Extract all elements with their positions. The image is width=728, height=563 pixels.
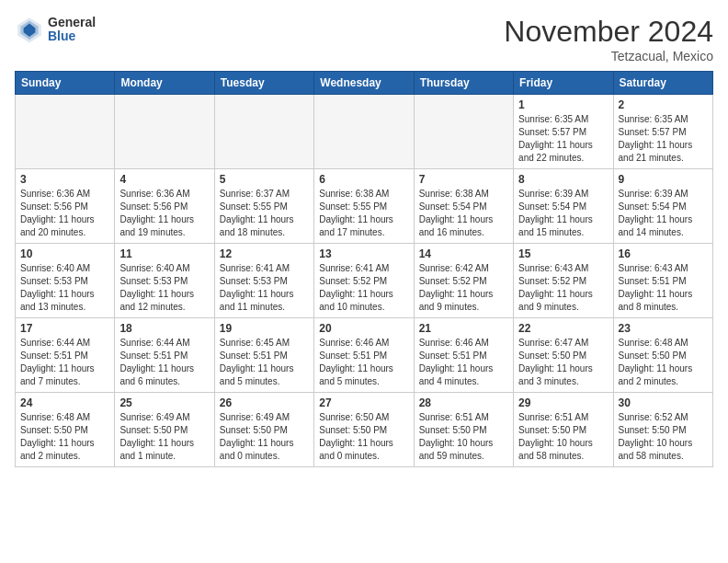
calendar-cell: 11Sunrise: 6:40 AM Sunset: 5:53 PM Dayli… xyxy=(115,244,214,318)
calendar-cell: 24Sunrise: 6:48 AM Sunset: 5:50 PM Dayli… xyxy=(16,393,115,467)
title-block: November 2024 Tetzacual, Mexico xyxy=(504,15,713,63)
calendar-week-5: 24Sunrise: 6:48 AM Sunset: 5:50 PM Dayli… xyxy=(16,393,713,467)
col-header-tuesday: Tuesday xyxy=(214,72,313,95)
day-info: Sunrise: 6:40 AM Sunset: 5:53 PM Dayligh… xyxy=(119,262,209,314)
calendar-cell: 26Sunrise: 6:49 AM Sunset: 5:50 PM Dayli… xyxy=(214,393,313,467)
col-header-sunday: Sunday xyxy=(16,72,115,95)
calendar-cell: 10Sunrise: 6:40 AM Sunset: 5:53 PM Dayli… xyxy=(16,244,115,318)
day-number: 25 xyxy=(119,396,209,409)
day-info: Sunrise: 6:49 AM Sunset: 5:50 PM Dayligh… xyxy=(119,411,209,463)
calendar-cell: 1Sunrise: 6:35 AM Sunset: 5:57 PM Daylig… xyxy=(514,95,613,169)
day-info: Sunrise: 6:49 AM Sunset: 5:50 PM Dayligh… xyxy=(220,411,309,463)
calendar-cell: 18Sunrise: 6:44 AM Sunset: 5:51 PM Dayli… xyxy=(115,318,214,393)
calendar-cell: 25Sunrise: 6:49 AM Sunset: 5:50 PM Dayli… xyxy=(115,393,214,467)
calendar-cell: 23Sunrise: 6:48 AM Sunset: 5:50 PM Dayli… xyxy=(613,318,712,393)
logo-general: General xyxy=(48,16,96,29)
day-number: 27 xyxy=(319,396,408,409)
calendar-cell xyxy=(314,95,414,169)
day-number: 9 xyxy=(619,173,708,186)
calendar-cell: 27Sunrise: 6:50 AM Sunset: 5:50 PM Dayli… xyxy=(314,393,414,467)
calendar-cell: 19Sunrise: 6:45 AM Sunset: 5:51 PM Dayli… xyxy=(214,318,313,393)
calendar-week-4: 17Sunrise: 6:44 AM Sunset: 5:51 PM Dayli… xyxy=(16,318,713,393)
day-info: Sunrise: 6:48 AM Sunset: 5:50 PM Dayligh… xyxy=(619,337,708,388)
col-header-thursday: Thursday xyxy=(414,72,513,95)
day-number: 7 xyxy=(419,173,508,186)
col-header-friday: Friday xyxy=(514,72,613,95)
day-info: Sunrise: 6:35 AM Sunset: 5:57 PM Dayligh… xyxy=(619,113,708,165)
day-number: 3 xyxy=(20,173,109,186)
day-number: 15 xyxy=(518,247,608,260)
day-info: Sunrise: 6:39 AM Sunset: 5:54 PM Dayligh… xyxy=(518,188,608,239)
day-info: Sunrise: 6:52 AM Sunset: 5:50 PM Dayligh… xyxy=(619,411,708,463)
month-title: November 2024 xyxy=(504,15,713,49)
day-number: 5 xyxy=(220,173,309,186)
calendar-cell: 5Sunrise: 6:37 AM Sunset: 5:55 PM Daylig… xyxy=(214,169,313,244)
calendar-week-1: 1Sunrise: 6:35 AM Sunset: 5:57 PM Daylig… xyxy=(16,95,713,169)
day-info: Sunrise: 6:47 AM Sunset: 5:50 PM Dayligh… xyxy=(518,337,608,388)
day-info: Sunrise: 6:43 AM Sunset: 5:52 PM Dayligh… xyxy=(518,262,608,314)
calendar-cell xyxy=(414,95,513,169)
col-header-wednesday: Wednesday xyxy=(314,72,414,95)
day-number: 19 xyxy=(220,322,309,335)
day-number: 24 xyxy=(20,396,109,409)
day-info: Sunrise: 6:37 AM Sunset: 5:55 PM Dayligh… xyxy=(220,188,309,239)
logo: General Blue xyxy=(15,15,96,44)
calendar-cell: 15Sunrise: 6:43 AM Sunset: 5:52 PM Dayli… xyxy=(514,244,613,318)
page-header: General Blue November 2024 Tetzacual, Me… xyxy=(15,15,713,63)
location: Tetzacual, Mexico xyxy=(504,49,713,63)
day-number: 28 xyxy=(419,396,508,409)
calendar-cell: 14Sunrise: 6:42 AM Sunset: 5:52 PM Dayli… xyxy=(414,244,513,318)
calendar-cell: 4Sunrise: 6:36 AM Sunset: 5:56 PM Daylig… xyxy=(115,169,214,244)
calendar-cell: 16Sunrise: 6:43 AM Sunset: 5:51 PM Dayli… xyxy=(613,244,712,318)
day-number: 2 xyxy=(619,98,708,111)
day-info: Sunrise: 6:42 AM Sunset: 5:52 PM Dayligh… xyxy=(419,262,508,314)
calendar-cell: 21Sunrise: 6:46 AM Sunset: 5:51 PM Dayli… xyxy=(414,318,513,393)
day-number: 17 xyxy=(20,322,109,335)
logo-blue: Blue xyxy=(48,29,96,43)
day-info: Sunrise: 6:38 AM Sunset: 5:54 PM Dayligh… xyxy=(419,188,508,239)
logo-icon xyxy=(15,15,44,44)
calendar-cell: 12Sunrise: 6:41 AM Sunset: 5:53 PM Dayli… xyxy=(214,244,313,318)
day-number: 6 xyxy=(319,173,408,186)
calendar-cell: 22Sunrise: 6:47 AM Sunset: 5:50 PM Dayli… xyxy=(514,318,613,393)
day-number: 26 xyxy=(220,396,309,409)
day-info: Sunrise: 6:36 AM Sunset: 5:56 PM Dayligh… xyxy=(119,188,209,239)
logo-text: General Blue xyxy=(48,16,96,44)
calendar-cell xyxy=(16,95,115,169)
calendar-cell: 28Sunrise: 6:51 AM Sunset: 5:50 PM Dayli… xyxy=(414,393,513,467)
day-number: 12 xyxy=(220,247,309,260)
day-info: Sunrise: 6:51 AM Sunset: 5:50 PM Dayligh… xyxy=(518,411,608,463)
day-info: Sunrise: 6:45 AM Sunset: 5:51 PM Dayligh… xyxy=(220,337,309,388)
day-info: Sunrise: 6:36 AM Sunset: 5:56 PM Dayligh… xyxy=(20,188,109,239)
day-info: Sunrise: 6:41 AM Sunset: 5:53 PM Dayligh… xyxy=(220,262,309,314)
day-info: Sunrise: 6:46 AM Sunset: 5:51 PM Dayligh… xyxy=(419,337,508,388)
day-info: Sunrise: 6:43 AM Sunset: 5:51 PM Dayligh… xyxy=(619,262,708,314)
day-number: 14 xyxy=(419,247,508,260)
day-info: Sunrise: 6:40 AM Sunset: 5:53 PM Dayligh… xyxy=(20,262,109,314)
day-info: Sunrise: 6:51 AM Sunset: 5:50 PM Dayligh… xyxy=(419,411,508,463)
day-info: Sunrise: 6:44 AM Sunset: 5:51 PM Dayligh… xyxy=(119,337,209,388)
calendar-week-2: 3Sunrise: 6:36 AM Sunset: 5:56 PM Daylig… xyxy=(16,169,713,244)
calendar-cell: 17Sunrise: 6:44 AM Sunset: 5:51 PM Dayli… xyxy=(16,318,115,393)
day-number: 18 xyxy=(119,322,209,335)
col-header-monday: Monday xyxy=(115,72,214,95)
calendar-cell: 8Sunrise: 6:39 AM Sunset: 5:54 PM Daylig… xyxy=(514,169,613,244)
day-info: Sunrise: 6:38 AM Sunset: 5:55 PM Dayligh… xyxy=(319,188,408,239)
calendar-cell: 6Sunrise: 6:38 AM Sunset: 5:55 PM Daylig… xyxy=(314,169,414,244)
day-number: 23 xyxy=(619,322,708,335)
day-number: 1 xyxy=(518,98,608,111)
calendar-cell: 30Sunrise: 6:52 AM Sunset: 5:50 PM Dayli… xyxy=(613,393,712,467)
day-info: Sunrise: 6:35 AM Sunset: 5:57 PM Dayligh… xyxy=(518,113,608,165)
calendar-cell: 3Sunrise: 6:36 AM Sunset: 5:56 PM Daylig… xyxy=(16,169,115,244)
day-number: 4 xyxy=(119,173,209,186)
calendar-cell: 13Sunrise: 6:41 AM Sunset: 5:52 PM Dayli… xyxy=(314,244,414,318)
calendar-cell: 9Sunrise: 6:39 AM Sunset: 5:54 PM Daylig… xyxy=(613,169,712,244)
day-info: Sunrise: 6:50 AM Sunset: 5:50 PM Dayligh… xyxy=(319,411,408,463)
calendar-cell: 2Sunrise: 6:35 AM Sunset: 5:57 PM Daylig… xyxy=(613,95,712,169)
day-info: Sunrise: 6:44 AM Sunset: 5:51 PM Dayligh… xyxy=(20,337,109,388)
day-info: Sunrise: 6:39 AM Sunset: 5:54 PM Dayligh… xyxy=(619,188,708,239)
day-number: 20 xyxy=(319,322,408,335)
calendar-cell xyxy=(214,95,313,169)
calendar-table: SundayMondayTuesdayWednesdayThursdayFrid… xyxy=(15,71,713,467)
day-number: 10 xyxy=(20,247,109,260)
